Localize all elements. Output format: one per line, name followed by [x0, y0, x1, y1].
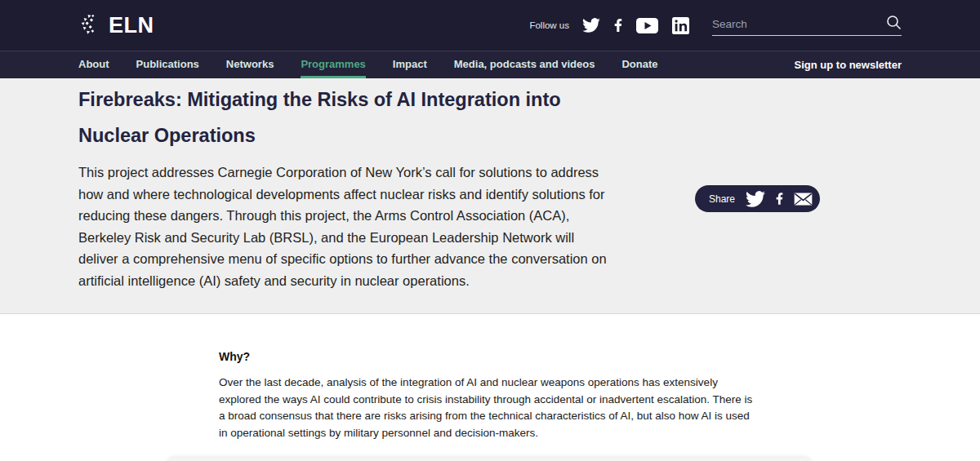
page-title: Firebreaks: Mitigating the Risks of AI I… — [78, 82, 634, 153]
nav-item-publications[interactable]: Publications — [136, 51, 199, 78]
article-body: Why? Over the last decade, analysis of t… — [0, 314, 980, 441]
share-label: Share — [709, 193, 735, 205]
nav-item-networks[interactable]: Networks — [226, 51, 274, 78]
social-icons — [582, 17, 689, 34]
header-right-cluster: Follow us — [529, 15, 902, 36]
why-section-paragraph: Over the last decade, analysis of the in… — [219, 375, 760, 441]
top-header: ELN Follow us — [0, 0, 980, 51]
next-card-top-edge — [167, 458, 811, 461]
nav-item-media[interactable]: Media, podcasts and videos — [454, 51, 595, 78]
search-field — [712, 15, 902, 36]
project-description: This project addresses Carnegie Corporat… — [78, 162, 614, 292]
share-twitter-icon[interactable] — [746, 191, 765, 207]
youtube-icon[interactable] — [636, 18, 658, 33]
nav-item-about[interactable]: About — [78, 51, 109, 78]
nav-item-donate[interactable]: Donate — [621, 51, 657, 78]
share-email-icon[interactable] — [794, 193, 813, 206]
main-nav: About Publications Networks Programmes I… — [0, 51, 980, 78]
twitter-icon[interactable] — [582, 18, 600, 33]
nav-item-impact[interactable]: Impact — [393, 51, 427, 78]
share-facebook-icon[interactable] — [776, 192, 783, 206]
nav-items: About Publications Networks Programmes I… — [78, 51, 657, 78]
nav-item-programmes[interactable]: Programmes — [301, 51, 365, 78]
share-button[interactable]: Share — [695, 185, 820, 212]
follow-us-label: Follow us — [529, 20, 569, 30]
facebook-icon[interactable] — [614, 18, 622, 33]
logo-text: ELN — [109, 13, 154, 38]
hero-section: Firebreaks: Mitigating the Risks of AI I… — [0, 78, 980, 314]
newsletter-signup-link[interactable]: Sign up to newsletter — [795, 51, 902, 78]
linkedin-icon[interactable] — [672, 17, 689, 34]
eln-burst-icon — [78, 12, 105, 38]
why-section-heading: Why? — [219, 350, 980, 363]
search-icon[interactable] — [886, 15, 902, 30]
eln-logo[interactable]: ELN — [78, 12, 154, 38]
search-input[interactable] — [712, 18, 886, 30]
